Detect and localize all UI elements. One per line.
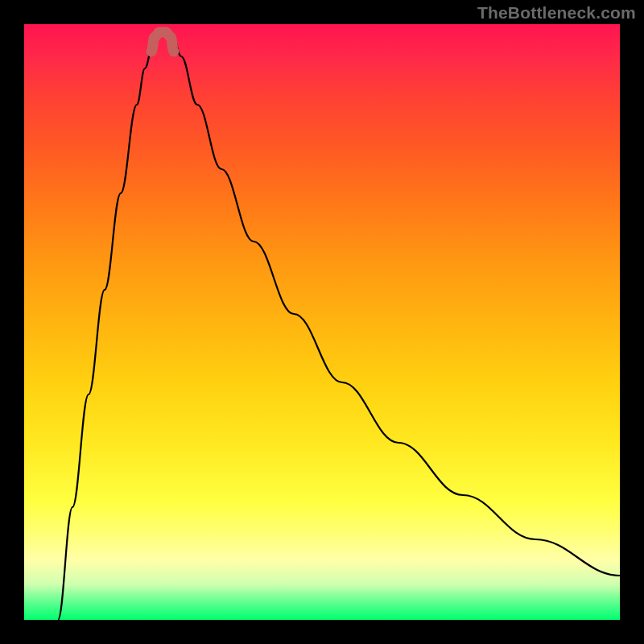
left-branch-curve [58, 34, 158, 620]
curve-layer [24, 24, 620, 620]
optimal-range-marker [151, 32, 174, 52]
right-branch-curve [172, 34, 620, 576]
watermark-text: TheBottleneck.com [477, 3, 636, 23]
plot-area [24, 24, 620, 620]
chart-frame: TheBottleneck.com [0, 0, 644, 644]
